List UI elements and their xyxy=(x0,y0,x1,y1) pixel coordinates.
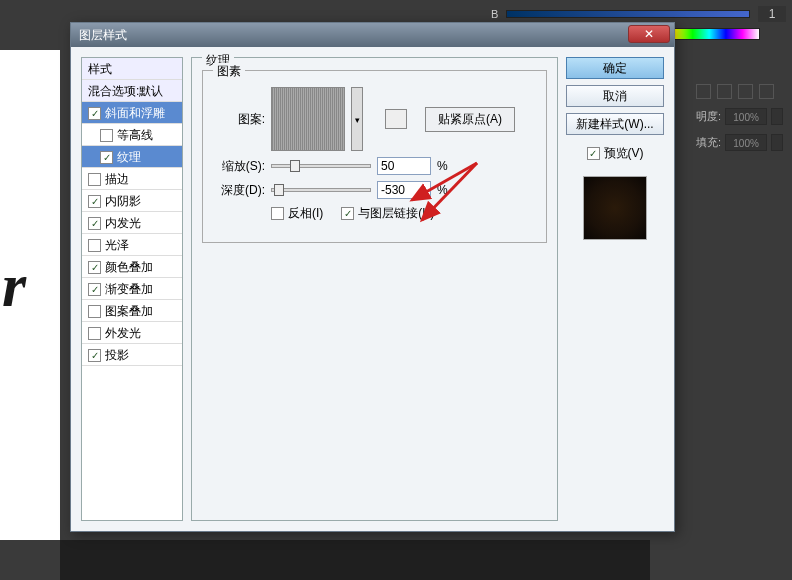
channel-b-value[interactable]: 1 xyxy=(758,6,786,22)
opacity-label: 明度: xyxy=(696,109,721,124)
depth-label: 深度(D): xyxy=(217,182,265,199)
channel-b-slider[interactable] xyxy=(506,10,750,18)
preview-swatch xyxy=(583,176,647,240)
style-inner-glow[interactable]: 内发光 xyxy=(82,212,182,234)
style-outer-glow[interactable]: 外发光 xyxy=(82,322,182,344)
check-icon[interactable] xyxy=(88,239,101,252)
check-icon[interactable] xyxy=(88,327,101,340)
fill-label: 填充: xyxy=(696,135,721,150)
style-stroke[interactable]: 描边 xyxy=(82,168,182,190)
texture-settings-panel: 纹理 图素 图案: ▾ 贴紧原点(A) 缩放(S): % xyxy=(191,57,558,521)
styles-list: 样式 混合选项:默认 斜面和浮雕 等高线 纹理 描边 内阴影 内发光 光泽 颜色… xyxy=(81,57,183,521)
style-color-overlay[interactable]: 颜色叠加 xyxy=(82,256,182,278)
scale-slider[interactable] xyxy=(271,164,371,168)
pattern-dropdown[interactable]: ▾ xyxy=(351,87,363,151)
link-layer-checkbox[interactable]: 与图层链接(K) xyxy=(341,205,434,222)
check-icon[interactable] xyxy=(88,283,101,296)
blend-options[interactable]: 混合选项:默认 xyxy=(82,80,182,102)
style-contour[interactable]: 等高线 xyxy=(82,124,182,146)
depth-input[interactable] xyxy=(377,181,431,199)
checkbox-icon xyxy=(271,207,284,220)
check-icon[interactable] xyxy=(88,305,101,318)
style-pattern-overlay[interactable]: 图案叠加 xyxy=(82,300,182,322)
pattern-group-label: 图素 xyxy=(213,63,245,80)
check-icon[interactable] xyxy=(100,151,113,164)
snap-origin-button[interactable]: 贴紧原点(A) xyxy=(425,107,515,132)
dialog-titlebar[interactable]: 图层样式 ✕ xyxy=(71,23,674,47)
depth-percent: % xyxy=(437,183,448,197)
new-preset-button[interactable] xyxy=(385,109,407,129)
fill-dropdown[interactable] xyxy=(771,134,783,151)
style-inner-shadow[interactable]: 内阴影 xyxy=(82,190,182,212)
opacity-value[interactable]: 100% xyxy=(725,108,767,125)
dialog-title: 图层样式 xyxy=(79,27,666,44)
check-icon[interactable] xyxy=(88,349,101,362)
opacity-dropdown[interactable] xyxy=(771,108,783,125)
panel-icon-3[interactable] xyxy=(738,84,753,99)
depth-slider[interactable] xyxy=(271,188,371,192)
pattern-swatch[interactable] xyxy=(271,87,345,151)
ok-button[interactable]: 确定 xyxy=(566,57,664,79)
new-style-button[interactable]: 新建样式(W)... xyxy=(566,113,664,135)
check-icon[interactable] xyxy=(88,173,101,186)
check-icon[interactable] xyxy=(88,195,101,208)
check-icon[interactable] xyxy=(100,129,113,142)
style-header[interactable]: 样式 xyxy=(82,58,182,80)
style-drop-shadow[interactable]: 投影 xyxy=(82,344,182,366)
check-icon[interactable] xyxy=(88,107,101,120)
fill-value[interactable]: 100% xyxy=(725,134,767,151)
style-satin[interactable]: 光泽 xyxy=(82,234,182,256)
layer-style-dialog: 图层样式 ✕ 样式 混合选项:默认 斜面和浮雕 等高线 纹理 描边 内阴影 内发… xyxy=(70,22,675,532)
checkbox-icon xyxy=(341,207,354,220)
cancel-button[interactable]: 取消 xyxy=(566,85,664,107)
panel-icon-4[interactable] xyxy=(759,84,774,99)
close-button[interactable]: ✕ xyxy=(628,25,670,43)
scale-label: 缩放(S): xyxy=(217,158,265,175)
style-gradient-overlay[interactable]: 渐变叠加 xyxy=(82,278,182,300)
style-texture[interactable]: 纹理 xyxy=(82,146,182,168)
style-bevel[interactable]: 斜面和浮雕 xyxy=(82,102,182,124)
scale-percent: % xyxy=(437,159,448,173)
panel-icon-2[interactable] xyxy=(717,84,732,99)
pattern-label: 图案: xyxy=(217,111,265,128)
check-icon[interactable] xyxy=(88,217,101,230)
invert-checkbox[interactable]: 反相(I) xyxy=(271,205,323,222)
check-icon[interactable] xyxy=(88,261,101,274)
scale-input[interactable] xyxy=(377,157,431,175)
preview-checkbox[interactable]: 预览(V) xyxy=(566,145,664,162)
panel-icon-1[interactable] xyxy=(696,84,711,99)
channel-b-label: B xyxy=(491,8,498,20)
checkbox-icon xyxy=(587,147,600,160)
